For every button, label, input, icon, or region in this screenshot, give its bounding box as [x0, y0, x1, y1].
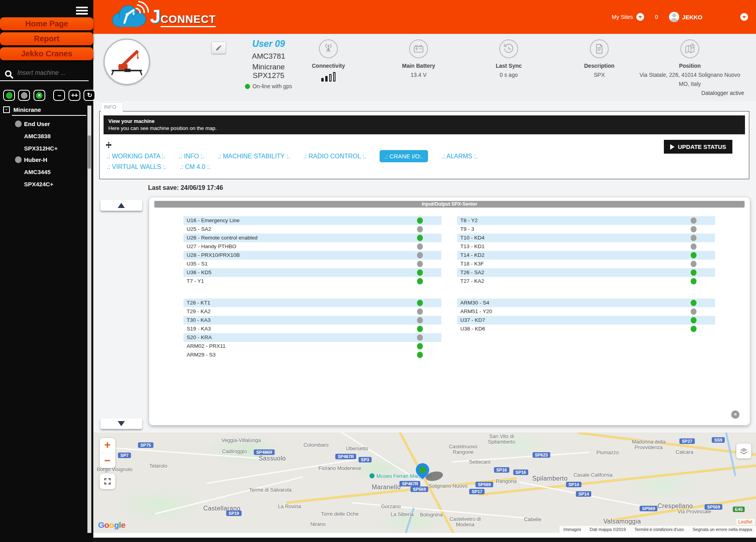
stat-label: Connectivity: [281, 63, 376, 69]
sidebar-menu-report[interactable]: Report: [0, 32, 93, 45]
filter-error-button[interactable]: ×: [33, 90, 45, 101]
info-side-tab[interactable]: INFO: [101, 102, 123, 111]
road-badge: SS9: [712, 437, 725, 443]
tree-root-minicrane[interactable]: - Minicrane: [12, 106, 86, 116]
google-logo[interactable]: Google: [98, 520, 125, 530]
scrollbar-thumb[interactable]: [88, 136, 91, 169]
tree-group[interactable]: End User: [15, 121, 86, 127]
tree-machine[interactable]: AMC3445: [24, 169, 86, 175]
brand-connect: CONNECT: [161, 13, 216, 27]
zoom-in-button[interactable]: +: [100, 438, 115, 453]
stat-last-sync: Last Sync 0 s ago: [461, 39, 556, 78]
update-status-button[interactable]: UPDATE STATUS: [664, 140, 733, 154]
arrow-up-icon: [118, 203, 125, 208]
stat-main-battery: Main Battery 13.4 V: [371, 39, 466, 78]
tab-virtual-walls[interactable]: .: VIRTUAL WALLS :.: [107, 163, 166, 171]
map-place-label: Solignano Nuovo: [426, 483, 470, 489]
tree-machine[interactable]: SPX312HC+: [24, 145, 86, 152]
tree-machine[interactable]: SPX424C+: [24, 181, 86, 187]
map-road: [478, 464, 756, 496]
map[interactable]: + − Leaflet ImmaginiDati mappa ©2019Term…: [93, 432, 756, 533]
online-dot-icon: [6, 92, 13, 99]
io-row: U27 - Handy PTHBO: [183, 242, 441, 251]
scroll-up-button[interactable]: [100, 200, 142, 211]
close-card-button[interactable]: ×: [731, 410, 739, 419]
io-label: U35 - S1: [187, 261, 208, 267]
map-road: [207, 459, 358, 484]
io-row: U28 - PRX10/PRX10B: [183, 251, 441, 260]
io-label: U25 - SA2: [187, 226, 211, 232]
scroll-down-button[interactable]: [100, 418, 142, 429]
filter-online-button[interactable]: [3, 90, 15, 101]
tab-radio-control[interactable]: .: RADIO CONTROL :.: [303, 153, 366, 160]
io-label: T10 - KD4: [460, 235, 485, 241]
tab-alarms[interactable]: .: ALARMS :.: [441, 153, 478, 160]
tab-working-data[interactable]: .: WORKING DATA :.: [107, 153, 165, 160]
io-label: U38 - KD6: [460, 326, 485, 332]
expand-all-button[interactable]: ++: [69, 90, 80, 101]
my-sites-menu[interactable]: My Sites: [612, 14, 633, 20]
stat-value-address: Via Statale, 226, 41014 Solignano Nuovo: [627, 72, 753, 78]
tree-machine[interactable]: AMC3838: [24, 133, 86, 139]
tab-cm-4-0[interactable]: .: CM 4.0 :.: [180, 163, 210, 171]
zoom-out-button[interactable]: −: [100, 453, 115, 468]
map-place-label: Rangona: [496, 478, 517, 484]
map-attribution-link[interactable]: Dati mappa ©2019: [589, 527, 626, 532]
status-on-dot-icon: [417, 217, 423, 224]
map-attribution-link[interactable]: Termini e condizioni d'uso: [634, 527, 684, 532]
status-off-dot-icon: [417, 317, 423, 323]
tree-group-label: End User: [24, 121, 50, 127]
search-input[interactable]: [17, 69, 84, 76]
status-on-dot-icon: [691, 317, 697, 323]
x-mark-icon: ×: [34, 91, 44, 100]
io-row: ARM51 - Y20: [457, 307, 715, 316]
online-status: On-line with gps: [219, 83, 318, 89]
leaflet-attribution[interactable]: Leaflet: [736, 519, 754, 525]
sidebar-menu-home-page[interactable]: Home Page: [0, 17, 93, 30]
io-label: U26 - Remote control enabled: [187, 235, 258, 241]
status-off-dot-icon: [691, 261, 697, 267]
map-place-label: Gorzano: [381, 503, 401, 509]
brand-j: J: [150, 6, 161, 27]
map-attribution-link[interactable]: Immagini: [563, 527, 581, 532]
tab-crane-i-o[interactable]: .: CRANE I/O:.: [380, 150, 428, 162]
io-row: T26 - SA2: [457, 268, 715, 277]
hamburger-menu-icon[interactable]: [76, 5, 88, 16]
tab-machine-stability[interactable]: .: MACHINE STABILITY :.: [218, 153, 290, 160]
status-off-dot-icon: [417, 243, 423, 250]
collapse-node-icon[interactable]: -: [3, 106, 10, 113]
collapse-all-button[interactable]: --: [53, 90, 65, 101]
stat-connectivity: Connectivity: [281, 39, 376, 82]
map-place-label: Colombaro: [304, 442, 329, 447]
io-row: S20 - KRA: [183, 333, 441, 342]
map-attribution-link[interactable]: Segnala un errore nella mappa: [693, 527, 752, 532]
arrow-down-icon: [118, 421, 125, 426]
notification-count: 0: [655, 14, 658, 20]
status-on-dot-icon: [417, 326, 423, 332]
tab-info[interactable]: .: INFO :.: [179, 153, 204, 160]
crane-image-icon: [108, 43, 146, 81]
map-place-label: San Vito di Spilamberto: [480, 434, 524, 445]
io-row: T27 - KA2: [457, 277, 715, 286]
status-off-dot-icon: [417, 226, 423, 232]
filter-offline-button[interactable]: [18, 90, 30, 101]
move-handle-icon[interactable]: [105, 141, 112, 148]
user-menu-chevron-icon[interactable]: [740, 13, 748, 21]
sidebar-menu-jekko-cranes[interactable]: Jekko Cranes: [0, 47, 93, 60]
fullscreen-button[interactable]: [100, 473, 115, 489]
refresh-button[interactable]: ↻: [83, 90, 95, 101]
map-place-label: Madonna della Provvidenza: [626, 439, 671, 450]
map-layers-button[interactable]: [736, 444, 751, 458]
my-sites-chevron-icon[interactable]: [636, 13, 644, 21]
io-row: U38 - KD6: [457, 325, 715, 333]
sidebar-scrollbar[interactable]: [87, 106, 91, 533]
map-place-label: Cabelle: [524, 516, 541, 522]
group-status-dot-icon: [15, 156, 22, 163]
machine-view-panel: View your machine Here you can see machi…: [99, 111, 749, 179]
machine-summary-bar: User 09 AMC3781 Minicrane SPX1275 On-lin…: [93, 34, 756, 101]
road-badge: SP467R: [335, 454, 356, 459]
io-row: T28 - KT1: [183, 299, 441, 307]
user-avatar[interactable]: [669, 12, 679, 22]
road-badge: SP569: [475, 482, 493, 487]
tree-group[interactable]: Huber-H: [15, 156, 86, 163]
